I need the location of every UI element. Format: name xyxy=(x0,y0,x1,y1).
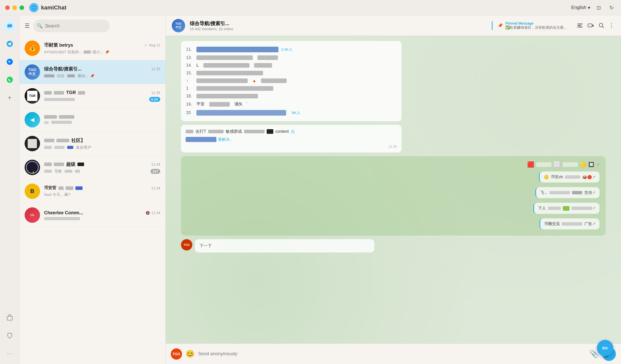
chat-preview: Sti xyxy=(44,120,160,125)
chat-preview: #YGG/USDT 目前外... 现小... 📌 xyxy=(44,50,160,55)
chat-item[interactable]: Ch Cheerlee Comm... 🔇 11:34 xyxy=(19,203,165,227)
sidebar-item-chat[interactable] xyxy=(3,19,16,32)
chat-item-content: 币安官 11:34 hool 今天... 麻? xyxy=(44,185,160,197)
avatar: 🌙 xyxy=(25,160,40,175)
mute-icon: 🔇 xyxy=(146,211,150,215)
message-input[interactable] xyxy=(198,348,586,360)
channel-avatar-small: TGG xyxy=(181,239,192,250)
svg-rect-7 xyxy=(577,24,583,24)
message-time: 11:35 xyxy=(186,144,397,149)
chat-preview: 综合 通知... 📌 xyxy=(44,74,160,78)
unread-badge: 6.1K xyxy=(149,97,160,102)
chat-item[interactable]: 🌙 超级 11:34 导航 xyxy=(19,156,165,179)
forward-arrow-icon: ↗ xyxy=(592,221,595,226)
message-bubble: 11. 3.5K人 13. 14. L xyxy=(181,41,402,121)
check-green-icon: 📌 xyxy=(498,23,503,28)
chat-preview: hool 今天... 麻? xyxy=(44,192,160,197)
avatar: 💰 xyxy=(25,41,40,56)
forward-arrow-icon: ↗ xyxy=(592,190,595,195)
chat-item-header: 综合导航/搜索引... 11:35 xyxy=(44,66,160,72)
forward-arrow-icon: ↗ xyxy=(592,206,595,211)
search-input[interactable] xyxy=(33,19,110,32)
sidebar-item-shield[interactable] xyxy=(3,329,16,342)
list-item: 11. 3.5K人 xyxy=(186,45,396,54)
reaction-row: 🟥 ⬜ 🟡 🔲 ↗ xyxy=(187,161,599,168)
forwarded-message[interactable]: 下人 ↗ xyxy=(533,203,599,214)
title-right: English ▾ ⊡ ↻ xyxy=(571,3,616,12)
sidebar-item-messenger[interactable] xyxy=(3,55,16,68)
chat-name: 币财策 betrys xyxy=(44,42,73,48)
list-item: 18. xyxy=(186,92,396,100)
language-selector[interactable]: English ▾ xyxy=(571,5,590,11)
title-bar: kamiChat English ▾ ⊡ ↻ xyxy=(0,0,621,15)
avatar xyxy=(25,136,40,151)
attach-button[interactable]: 📎 xyxy=(589,350,598,358)
window-mode-button[interactable]: ⊡ xyxy=(594,3,603,12)
chat-item[interactable]: B 币安官 11:34 hool 今天... 麻? xyxy=(19,179,165,203)
chat-list-panel: ☰ 🔍 💰 币财策 betrys ✓ Aug 12 xyxy=(19,15,166,364)
chat-item-content: TGR 11:35 6.1K xyxy=(44,90,160,102)
forwarded-message[interactable]: 飞... 交信 ↗ xyxy=(535,187,599,198)
avatar: TGG中文 xyxy=(25,64,40,80)
list-item: 13. xyxy=(186,54,396,62)
chat-item-content: Cheerlee Comm... 🔇 11:34 xyxy=(44,210,160,220)
channel-chat-button[interactable] xyxy=(587,22,594,29)
svg-rect-9 xyxy=(577,27,583,27)
chat-item[interactable]: 💰 币财策 betrys ✓ Aug 12 #YGG/USDT 目前外... 现… xyxy=(19,36,165,60)
language-label: English xyxy=(571,5,586,10)
chat-preview: 6.1K xyxy=(44,97,160,102)
chevron-down-icon: ▾ xyxy=(588,5,590,11)
menu-button[interactable]: ☰ xyxy=(25,23,30,29)
forward-arrow-icon: ↗ xyxy=(592,175,595,179)
svg-rect-10 xyxy=(588,24,592,27)
more-options-button[interactable]: ⋮ xyxy=(609,22,615,29)
avatar: ◄ xyxy=(25,112,40,127)
chat-item-header: 币财策 betrys ✓ Aug 12 xyxy=(44,42,160,48)
sidebar-item-telegram[interactable] xyxy=(3,37,16,50)
message-group: 去打T 敏感群或 content 点 看解决... 11:35 xyxy=(181,125,606,153)
search-wrap: 🔍 xyxy=(33,19,160,32)
maximize-button[interactable] xyxy=(19,5,24,10)
close-button[interactable] xyxy=(5,5,10,10)
pinned-message[interactable]: 📌 Pinned Message ✅欧易赚钱项目，没有欧易的去注册... xyxy=(492,21,572,30)
list-item: ↑ ▲ xyxy=(186,77,396,85)
chat-item-content: Sti xyxy=(44,115,160,125)
forwarded-message[interactable]: 🪙 币安zb 📦🔴 ↗ xyxy=(539,171,599,183)
emoji-button[interactable]: 😊 xyxy=(186,350,195,358)
logo-icon xyxy=(29,3,38,12)
pinned-text: ✅欧易赚钱项目，没有欧易的去注册... xyxy=(505,25,567,30)
app-logo: kamiChat xyxy=(29,3,66,12)
chat-name: 社区】 xyxy=(71,137,85,144)
chat-items: 💰 币财策 betrys ✓ Aug 12 #YGG/USDT 目前外... 现… xyxy=(19,36,165,364)
chat-name: 综合导航/搜索引... xyxy=(44,66,82,72)
chat-preview: 导航 327 xyxy=(44,169,160,174)
link-text[interactable]: 看解决... xyxy=(218,137,233,143)
chat-list-header: ☰ 🔍 xyxy=(19,15,165,36)
topics-button[interactable] xyxy=(576,22,584,29)
refresh-button[interactable]: ↻ xyxy=(607,3,616,12)
sidebar-item-whatsapp[interactable] xyxy=(3,73,16,86)
compose-button[interactable]: ✏ xyxy=(597,340,613,356)
chat-item[interactable]: 社区】 发自用户 xyxy=(19,132,165,156)
header-actions: ⋮ xyxy=(576,22,615,29)
channel-avatar: TGG中文 xyxy=(172,19,185,32)
sidebar-item-more[interactable]: ··· xyxy=(3,347,16,360)
chat-panel: TGG中文 综合导航/搜索引... 18 402 members, 20 onl… xyxy=(166,15,621,364)
search-button[interactable] xyxy=(598,22,605,29)
chat-name: TGR xyxy=(66,90,76,95)
minimize-button[interactable] xyxy=(12,5,17,10)
sidebar-item-add[interactable]: + xyxy=(3,91,16,104)
forwarded-messages-section: 🟥 ⬜ 🟡 🔲 ↗ 🪙 币安zb 📦🔴 ↗ xyxy=(181,156,606,236)
chat-item-content: 综合导航/搜索引... 11:35 综合 通知... 📌 xyxy=(44,66,160,78)
icon-sidebar: + ··· xyxy=(0,15,19,364)
avatar: Ch xyxy=(25,207,40,223)
chat-item[interactable]: TGR TGR 11:35 6. xyxy=(19,84,165,108)
sidebar-item-store[interactable] xyxy=(3,311,16,324)
chat-preview xyxy=(44,217,160,220)
chat-item[interactable]: ◄ Sti xyxy=(19,108,165,132)
avatar: B xyxy=(25,184,40,199)
chat-item[interactable]: TGG中文 综合导航/搜索引... 11:35 综合 通知... 📌 xyxy=(19,60,165,84)
chat-item-header: 币安官 11:34 xyxy=(44,185,160,191)
forwarded-message[interactable]: 币圈交流 广告 ↗ xyxy=(539,218,599,229)
chat-item-header: 社区】 xyxy=(44,137,160,144)
